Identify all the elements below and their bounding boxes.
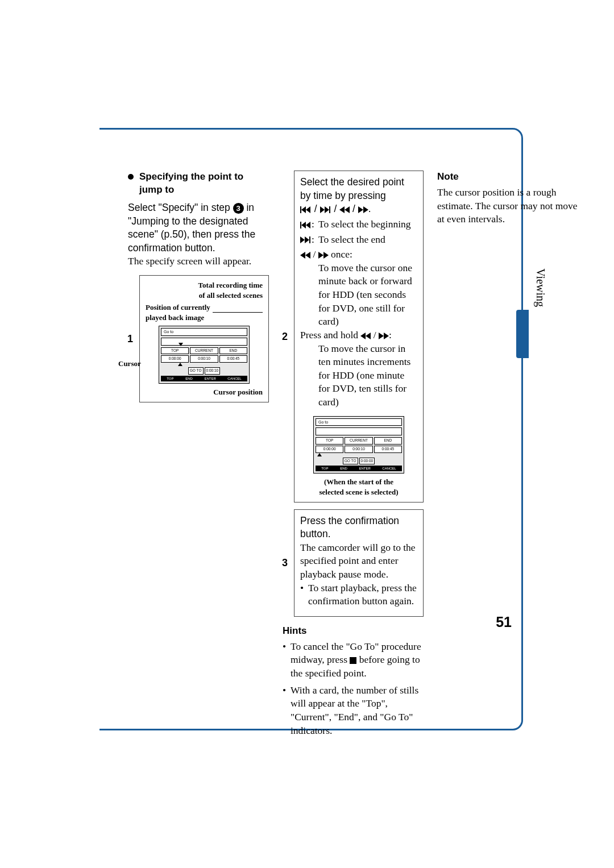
diagram-label-position: Position of currently played back image xyxy=(146,302,263,322)
f-end: END xyxy=(185,376,193,381)
f2-end: END xyxy=(340,466,347,471)
svg-marker-19 xyxy=(323,252,329,259)
cursor-marker-icon xyxy=(178,363,182,366)
cell-goto: GO TO xyxy=(188,367,204,375)
skip-end-text: To select the end xyxy=(318,233,417,247)
svg-marker-22 xyxy=(379,333,384,339)
skip-back-icon xyxy=(300,222,312,229)
stop-icon xyxy=(350,657,356,664)
screen-title-2: Go to xyxy=(316,418,402,426)
f2-cancel: CANCEL xyxy=(382,466,396,471)
svg-marker-6 xyxy=(339,206,345,213)
svg-marker-20 xyxy=(360,333,366,339)
lbl-total-1: Total recording time xyxy=(146,280,263,290)
skip-forward-icon xyxy=(320,206,331,213)
rewind-icon xyxy=(360,333,371,339)
svg-marker-7 xyxy=(345,206,350,213)
skip-back-icon xyxy=(300,206,312,213)
cell-tgoto: 0:00:10 xyxy=(205,367,221,375)
hint-2: With a card, the number of stills will a… xyxy=(283,684,424,738)
fast-forward-icon xyxy=(318,252,329,259)
cell2-t3: 0:00:45 xyxy=(374,446,402,453)
screen-footer: TOP END ENTER CANCEL xyxy=(161,376,247,381)
f-cancel: CANCEL xyxy=(227,376,241,381)
page-content: Specifying the point to jump to Select "… xyxy=(128,171,424,739)
fast-forward-icon xyxy=(358,206,368,213)
camcorder-screen-1: Go to TOP CURRENT END 0:00:00 0:00:10 0:… xyxy=(159,326,250,384)
rewind-icon xyxy=(339,206,350,213)
cell-t2: 0:00:10 xyxy=(190,355,218,363)
svg-marker-13 xyxy=(300,236,305,243)
svg-marker-18 xyxy=(318,252,323,259)
intro-a: Select "Specify" in step xyxy=(128,202,233,213)
step3-bullet: To start playback, press the confirmatio… xyxy=(300,582,417,608)
control-skip-begin: : To select the beginning xyxy=(300,218,417,231)
section-heading: Specifying the point to jump to xyxy=(128,171,269,197)
svg-marker-11 xyxy=(301,222,306,229)
heading-text: Specifying the point to jump to xyxy=(139,171,269,197)
lbl-total-2: of all selected scenes xyxy=(146,290,263,301)
position-marker-icon xyxy=(179,343,183,346)
f2-top: TOP xyxy=(321,466,328,471)
lbl-pos-2: played back image xyxy=(146,313,210,323)
step2-line1: Select the desired point by time by pres… xyxy=(300,176,417,216)
bullet-icon xyxy=(128,174,134,180)
step3-body: The camcorder will go to the specified p… xyxy=(300,541,417,582)
svg-marker-1 xyxy=(301,206,306,213)
svg-marker-2 xyxy=(306,206,310,213)
diagram-1: Cursor Go to TOP CURRENT END 0:00:00 0:0… xyxy=(146,326,263,384)
cell2-t2: 0:00:10 xyxy=(345,446,372,453)
diagram2-caption: (When the start of the selected scene is… xyxy=(300,477,417,497)
cursor-position-label: Cursor position xyxy=(146,387,263,397)
cell-t1: 0:00:00 xyxy=(161,355,189,363)
f-top: TOP xyxy=(167,376,173,381)
cell2-top: TOP xyxy=(316,437,343,445)
control-rew-ff-once: / once: xyxy=(300,248,417,261)
cell2-goto: GO TO xyxy=(343,458,358,465)
step2-line1-text: Select the desired point by time by pres… xyxy=(300,176,404,201)
d2-cap1: (When the start of the xyxy=(300,477,417,487)
svg-marker-12 xyxy=(306,222,310,229)
step-1: 1 Total recording time of all selected s… xyxy=(139,275,269,402)
diagram-label-total: Total recording time of all selected sce… xyxy=(146,280,263,300)
cell2-t1: 0:00:00 xyxy=(316,446,343,453)
step-number-2: 2 xyxy=(282,330,288,343)
section-tab-label: Viewing xyxy=(534,268,547,307)
f-enter: ENTER xyxy=(204,376,215,381)
note-body: The cursor position is a rough estimate.… xyxy=(437,186,578,226)
lbl-pos-1: Position of currently xyxy=(146,302,210,313)
d2-cap2: selected scene is selected) xyxy=(300,487,417,497)
once-body: To move the cursor one minute back or fo… xyxy=(318,261,417,329)
svg-marker-3 xyxy=(320,206,325,213)
intro-sub: The specify screen will appear. xyxy=(128,255,251,267)
once-label: once: xyxy=(331,248,352,260)
svg-marker-16 xyxy=(300,252,305,259)
cell2-tgoto: 0:00:00 xyxy=(359,458,375,465)
screen-footer-2: TOP END ENTER CANCEL xyxy=(316,466,402,471)
hints-list: To cancel the "Go To" procedure midway, … xyxy=(283,640,424,737)
f2-enter: ENTER xyxy=(359,466,370,471)
progress-bar xyxy=(161,338,247,346)
camcorder-screen-2: Go to TOP CURRENT END 0:00:00 0:00:10 0:… xyxy=(313,416,404,474)
control-rew-ff-hold: Press and hold / : xyxy=(300,329,417,342)
cell-t3: 0:00:45 xyxy=(219,355,247,363)
svg-rect-10 xyxy=(300,222,301,229)
cursor-label: Cursor xyxy=(118,359,141,369)
svg-marker-17 xyxy=(305,252,310,259)
control-skip-end: : To select the end xyxy=(300,233,417,247)
step-ref-3: 3 xyxy=(233,203,244,214)
step-number-1: 1 xyxy=(127,332,133,346)
svg-rect-0 xyxy=(300,206,301,213)
hints-heading: Hints xyxy=(283,625,424,638)
screen-title: Go to xyxy=(161,328,247,335)
hint-1: To cancel the "Go To" procedure midway, … xyxy=(283,640,424,680)
cell-end: END xyxy=(219,347,247,355)
rewind-icon xyxy=(300,252,310,259)
cell2-end: END xyxy=(374,437,402,445)
step-3: 3 Press the confirmation button. The cam… xyxy=(294,509,424,617)
page-number: 51 xyxy=(496,614,512,630)
skip-begin-text: To select the beginning xyxy=(318,218,417,231)
hold-prefix: Press and hold xyxy=(300,329,358,340)
svg-rect-5 xyxy=(329,206,330,213)
progress-bar-2 xyxy=(316,427,402,435)
